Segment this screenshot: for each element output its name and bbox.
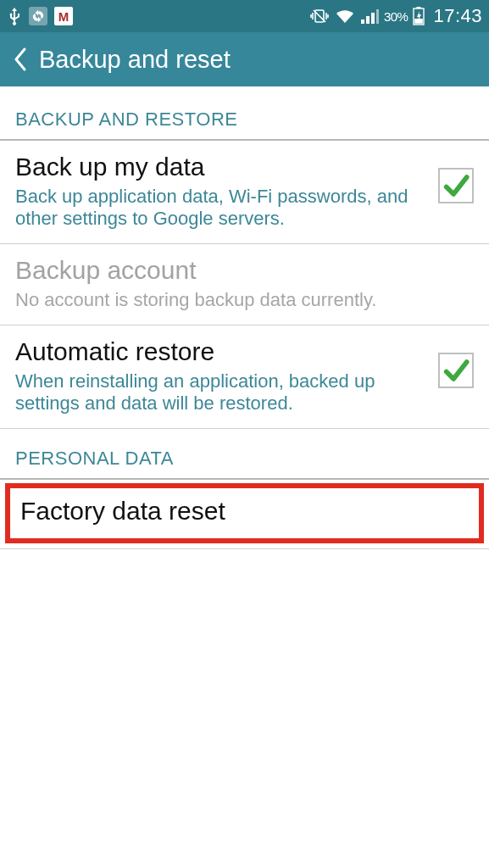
item-title: Backup account <box>15 256 474 286</box>
back-icon[interactable] <box>8 47 32 71</box>
usb-icon <box>7 6 22 26</box>
section-header-personal-data: PERSONAL DATA <box>0 429 489 480</box>
vibrate-icon <box>309 8 330 25</box>
highlight-annotation: Factory data reset <box>0 480 489 549</box>
item-backup-my-data[interactable]: Back up my data Back up application data… <box>0 141 489 244</box>
item-subtitle: No account is storing backup data curren… <box>15 289 474 311</box>
item-subtitle: Back up application data, Wi-Fi password… <box>15 186 428 231</box>
svg-rect-2 <box>361 19 364 24</box>
item-subtitle: When reinstalling an application, backed… <box>15 370 428 415</box>
settings-content: BACKUP AND RESTORE Back up my data Back … <box>0 86 489 549</box>
item-backup-account: Backup account No account is storing bac… <box>0 244 489 326</box>
status-bar-left: M <box>7 6 73 26</box>
svg-rect-3 <box>366 16 370 24</box>
wifi-icon <box>335 8 355 25</box>
svg-rect-7 <box>417 7 421 8</box>
battery-percent: 30% <box>384 9 408 24</box>
item-title: Factory data reset <box>20 497 469 526</box>
item-factory-data-reset[interactable]: Factory data reset <box>5 483 484 543</box>
svg-rect-5 <box>376 9 379 24</box>
status-bar-right: 30% 17:43 <box>309 5 482 27</box>
sync-icon <box>29 7 47 25</box>
item-automatic-restore[interactable]: Automatic restore When reinstalling an a… <box>0 326 489 429</box>
status-clock: 17:43 <box>433 5 482 27</box>
checkbox-backup-my-data[interactable] <box>438 168 474 203</box>
checkbox-automatic-restore[interactable] <box>438 353 474 388</box>
signal-icon <box>360 8 379 25</box>
battery-charging-icon <box>413 7 425 25</box>
title-bar: Backup and reset <box>0 32 489 86</box>
mail-app-icon: M <box>54 7 73 25</box>
section-header-backup-restore: BACKUP AND RESTORE <box>0 86 489 141</box>
svg-rect-4 <box>371 13 375 24</box>
status-bar: M 30% <box>0 0 489 32</box>
item-title: Back up my data <box>15 153 428 182</box>
page-title: Backup and reset <box>39 46 231 74</box>
item-title: Automatic restore <box>15 337 428 367</box>
